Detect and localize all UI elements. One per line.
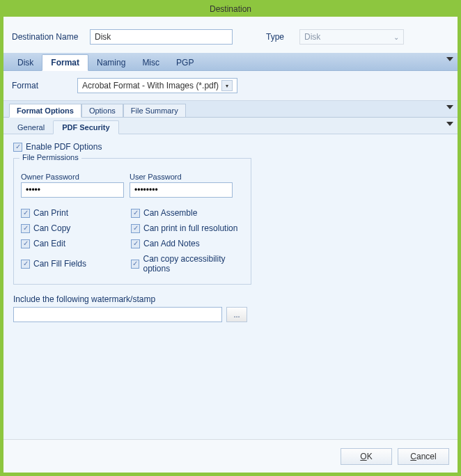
permissions-grid: Can Print Can Assemble Can Copy Can prin… bbox=[21, 207, 244, 274]
tab-file-summary[interactable]: File Summary bbox=[123, 104, 186, 117]
watermark-label: Include the following watermark/stamp bbox=[13, 294, 448, 304]
perm-can-copy-accessibility[interactable]: Can copy accessibility options bbox=[131, 254, 249, 273]
watermark-input[interactable] bbox=[13, 307, 222, 322]
perm-can-print[interactable]: Can Print bbox=[21, 208, 125, 218]
tab-options[interactable]: Options bbox=[81, 104, 123, 117]
sub-tabbar: Format Options Options File Summary bbox=[3, 101, 458, 118]
cancel-button[interactable]: Cancel bbox=[398, 448, 449, 465]
checkbox-icon[interactable] bbox=[21, 224, 30, 233]
top-row: Destination Name Type Disk ⌄ bbox=[3, 17, 458, 53]
tab-disk[interactable]: Disk bbox=[9, 55, 42, 70]
perm-can-edit[interactable]: Can Edit bbox=[21, 239, 125, 248]
dialog-footer: OK Cancel bbox=[3, 439, 458, 473]
enable-pdf-options-checkbox[interactable] bbox=[13, 143, 22, 152]
user-password-input[interactable] bbox=[130, 182, 233, 198]
checkbox-icon[interactable] bbox=[21, 260, 30, 269]
tab-pgp[interactable]: PGP bbox=[168, 55, 202, 70]
titlebar: Destination bbox=[3, 1, 458, 17]
user-password-label: User Password bbox=[130, 173, 233, 181]
checkbox-icon[interactable] bbox=[131, 209, 140, 218]
destination-name-label: Destination Name bbox=[12, 32, 84, 42]
perm-can-copy[interactable]: Can Copy bbox=[21, 223, 125, 233]
user-password-col: User Password bbox=[130, 173, 233, 198]
format-combo-value: Acrobat Format - With Images (*.pdf) bbox=[82, 81, 219, 90]
checkbox-icon[interactable] bbox=[131, 239, 140, 248]
type-select[interactable]: Disk ⌄ bbox=[299, 29, 404, 45]
watermark-browse-button[interactable]: ... bbox=[226, 307, 247, 322]
perm-can-fill-fields[interactable]: Can Fill Fields bbox=[21, 254, 125, 273]
tab-misc[interactable]: Misc bbox=[134, 55, 168, 70]
checkbox-icon[interactable] bbox=[21, 239, 30, 248]
inner-tabbar: General PDF Security bbox=[3, 118, 458, 134]
window-title: Destination bbox=[210, 4, 251, 14]
watermark-block: Include the following watermark/stamp ..… bbox=[13, 294, 448, 322]
content-area: Destination Name Type Disk ⌄ Disk Format… bbox=[3, 17, 458, 473]
enable-pdf-options-label: Enable PDF Options bbox=[26, 142, 102, 152]
perm-can-add-notes[interactable]: Can Add Notes bbox=[131, 239, 249, 248]
chevron-down-icon: ▾ bbox=[221, 80, 233, 91]
main-tabbar: Disk Format Naming Misc PGP bbox=[3, 53, 458, 71]
owner-password-col: Owner Password bbox=[21, 173, 124, 198]
file-permissions-legend: File Permissions bbox=[19, 153, 81, 161]
checkbox-icon[interactable] bbox=[131, 260, 139, 269]
type-label: Type bbox=[266, 32, 294, 42]
tab-format[interactable]: Format bbox=[42, 54, 88, 71]
tab-general[interactable]: General bbox=[9, 121, 53, 134]
subtab-overflow-icon[interactable] bbox=[446, 105, 453, 109]
file-permissions-fieldset: File Permissions Owner Password User Pas… bbox=[13, 158, 251, 285]
checkbox-icon[interactable] bbox=[21, 209, 30, 218]
innertab-overflow-icon[interactable] bbox=[446, 122, 453, 126]
pdf-security-panel: Enable PDF Options File Permissions Owne… bbox=[3, 134, 458, 439]
chevron-down-icon: ⌄ bbox=[393, 33, 399, 41]
enable-pdf-options-row[interactable]: Enable PDF Options bbox=[13, 142, 102, 152]
watermark-row: ... bbox=[13, 307, 448, 322]
owner-password-label: Owner Password bbox=[21, 173, 124, 181]
checkbox-icon[interactable] bbox=[131, 224, 140, 233]
tabbar-overflow-icon[interactable] bbox=[446, 57, 453, 61]
password-row: Owner Password User Password bbox=[21, 173, 244, 198]
tab-format-options[interactable]: Format Options bbox=[9, 104, 81, 118]
destination-name-input[interactable] bbox=[90, 29, 233, 45]
owner-password-input[interactable] bbox=[21, 182, 124, 198]
type-select-value: Disk bbox=[304, 32, 320, 42]
perm-can-assemble[interactable]: Can Assemble bbox=[131, 208, 249, 218]
format-label: Format bbox=[12, 81, 72, 90]
tab-naming[interactable]: Naming bbox=[88, 55, 134, 70]
tab-pdf-security[interactable]: PDF Security bbox=[53, 120, 118, 134]
ok-button[interactable]: OK bbox=[341, 448, 392, 465]
format-combo[interactable]: Acrobat Format - With Images (*.pdf) ▾ bbox=[77, 78, 237, 93]
format-row: Format Acrobat Format - With Images (*.p… bbox=[3, 71, 458, 101]
destination-dialog: Destination Destination Name Type Disk ⌄… bbox=[0, 0, 461, 476]
perm-can-print-full-res[interactable]: Can print in full resolution bbox=[131, 223, 249, 233]
